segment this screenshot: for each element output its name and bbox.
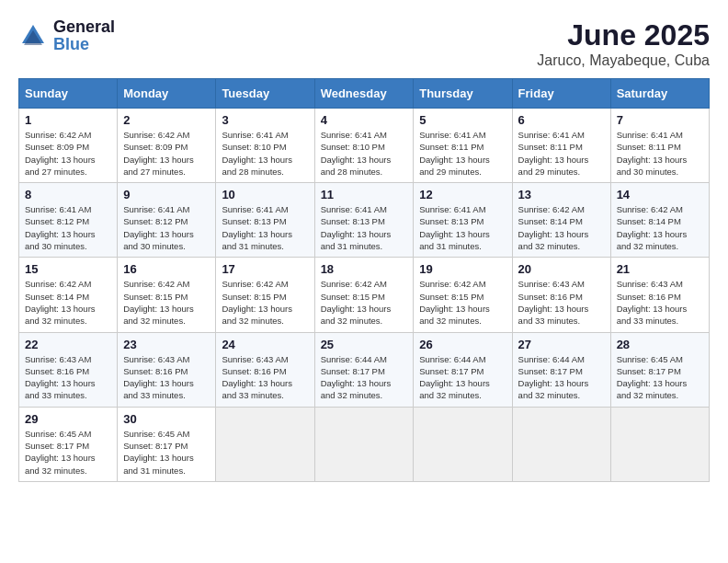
day-number: 3: [222, 113, 308, 127]
page-header: General Blue June 2025 Jaruco, Mayabeque…: [18, 18, 710, 69]
day-number: 10: [222, 188, 308, 201]
day-cell-17: 17 Sunrise: 6:42 AMSunset: 8:15 PMDaylig…: [216, 258, 314, 332]
day-info: Sunrise: 6:41 AMSunset: 8:12 PMDaylight:…: [25, 203, 111, 252]
day-cell-18: 18 Sunrise: 6:42 AMSunset: 8:15 PMDaylig…: [314, 258, 414, 332]
empty-cell: [216, 407, 314, 481]
day-info: Sunrise: 6:43 AMSunset: 8:16 PMDaylight:…: [25, 353, 111, 402]
day-number: 24: [222, 338, 308, 351]
day-cell-9: 9 Sunrise: 6:41 AMSunset: 8:12 PMDayligh…: [118, 183, 216, 258]
week-row-2: 8 Sunrise: 6:41 AMSunset: 8:12 PMDayligh…: [19, 183, 710, 258]
day-cell-6: 6 Sunrise: 6:41 AMSunset: 8:11 PMDayligh…: [512, 109, 610, 183]
day-cell-10: 10 Sunrise: 6:41 AMSunset: 8:13 PMDaylig…: [216, 183, 314, 258]
day-info: Sunrise: 6:42 AMSunset: 8:15 PMDaylight:…: [419, 278, 506, 327]
logo-text-general: General: [53, 17, 115, 36]
day-info: Sunrise: 6:41 AMSunset: 8:11 PMDaylight:…: [518, 129, 605, 178]
day-info: Sunrise: 6:42 AMSunset: 8:15 PMDaylight:…: [123, 278, 210, 327]
day-cell-22: 22 Sunrise: 6:43 AMSunset: 8:16 PMDaylig…: [19, 332, 118, 407]
logo: General Blue: [18, 18, 115, 53]
day-number: 2: [123, 113, 210, 127]
day-cell-2: 2 Sunrise: 6:42 AMSunset: 8:09 PMDayligh…: [118, 109, 216, 183]
day-info: Sunrise: 6:42 AMSunset: 8:14 PMDaylight:…: [518, 203, 605, 252]
day-cell-11: 11 Sunrise: 6:41 AMSunset: 8:13 PMDaylig…: [314, 183, 414, 258]
day-cell-27: 27 Sunrise: 6:44 AMSunset: 8:17 PMDaylig…: [512, 332, 610, 407]
day-cell-12: 12 Sunrise: 6:41 AMSunset: 8:13 PMDaylig…: [414, 183, 512, 258]
day-info: Sunrise: 6:45 AMSunset: 8:17 PMDaylight:…: [25, 428, 111, 477]
day-info: Sunrise: 6:44 AMSunset: 8:17 PMDaylight:…: [419, 353, 506, 402]
day-number: 6: [518, 113, 605, 127]
day-info: Sunrise: 6:42 AMSunset: 8:15 PMDaylight:…: [222, 278, 308, 327]
day-info: Sunrise: 6:45 AMSunset: 8:17 PMDaylight:…: [617, 353, 703, 402]
day-number: 23: [123, 338, 210, 351]
day-cell-3: 3 Sunrise: 6:41 AMSunset: 8:10 PMDayligh…: [216, 109, 314, 183]
day-number: 14: [617, 188, 703, 201]
col-monday: Monday: [118, 79, 216, 109]
day-number: 21: [617, 262, 703, 276]
col-wednesday: Wednesday: [314, 79, 414, 109]
empty-cell: [512, 407, 610, 481]
day-cell-24: 24 Sunrise: 6:43 AMSunset: 8:16 PMDaylig…: [216, 332, 314, 407]
week-row-5: 29 Sunrise: 6:45 AMSunset: 8:17 PMDaylig…: [19, 407, 710, 481]
day-info: Sunrise: 6:41 AMSunset: 8:13 PMDaylight:…: [321, 203, 408, 252]
week-row-1: 1 Sunrise: 6:42 AMSunset: 8:09 PMDayligh…: [19, 109, 710, 183]
day-number: 12: [419, 188, 506, 201]
day-number: 16: [123, 262, 210, 276]
day-number: 20: [518, 262, 605, 276]
day-info: Sunrise: 6:43 AMSunset: 8:16 PMDaylight:…: [222, 353, 308, 402]
day-cell-20: 20 Sunrise: 6:43 AMSunset: 8:16 PMDaylig…: [512, 258, 610, 332]
day-number: 7: [617, 113, 703, 127]
month-title: June 2025: [537, 18, 710, 52]
day-cell-30: 30 Sunrise: 6:45 AMSunset: 8:17 PMDaylig…: [118, 407, 216, 481]
logo-icon: [18, 21, 48, 51]
day-number: 8: [25, 188, 111, 201]
day-number: 5: [419, 113, 506, 127]
day-cell-15: 15 Sunrise: 6:42 AMSunset: 8:14 PMDaylig…: [19, 258, 118, 332]
location-title: Jaruco, Mayabeque, Cuba: [537, 52, 710, 69]
day-info: Sunrise: 6:41 AMSunset: 8:11 PMDaylight:…: [419, 129, 506, 178]
day-info: Sunrise: 6:44 AMSunset: 8:17 PMDaylight:…: [518, 353, 605, 402]
day-info: Sunrise: 6:42 AMSunset: 8:15 PMDaylight:…: [321, 278, 408, 327]
week-row-3: 15 Sunrise: 6:42 AMSunset: 8:14 PMDaylig…: [19, 258, 710, 332]
day-cell-8: 8 Sunrise: 6:41 AMSunset: 8:12 PMDayligh…: [19, 183, 118, 258]
day-cell-29: 29 Sunrise: 6:45 AMSunset: 8:17 PMDaylig…: [19, 407, 118, 481]
day-info: Sunrise: 6:41 AMSunset: 8:10 PMDaylight:…: [321, 129, 408, 178]
day-cell-13: 13 Sunrise: 6:42 AMSunset: 8:14 PMDaylig…: [512, 183, 610, 258]
day-number: 9: [123, 188, 210, 201]
day-number: 25: [321, 338, 408, 351]
day-number: 28: [617, 338, 703, 351]
day-cell-4: 4 Sunrise: 6:41 AMSunset: 8:10 PMDayligh…: [314, 109, 414, 183]
day-cell-28: 28 Sunrise: 6:45 AMSunset: 8:17 PMDaylig…: [610, 332, 709, 407]
day-info: Sunrise: 6:43 AMSunset: 8:16 PMDaylight:…: [617, 278, 703, 327]
day-info: Sunrise: 6:41 AMSunset: 8:13 PMDaylight:…: [222, 203, 308, 252]
day-info: Sunrise: 6:41 AMSunset: 8:12 PMDaylight:…: [123, 203, 210, 252]
day-cell-7: 7 Sunrise: 6:41 AMSunset: 8:11 PMDayligh…: [610, 109, 709, 183]
col-thursday: Thursday: [414, 79, 512, 109]
day-number: 11: [321, 188, 408, 201]
day-number: 18: [321, 262, 408, 276]
col-sunday: Sunday: [19, 79, 118, 109]
day-cell-14: 14 Sunrise: 6:42 AMSunset: 8:14 PMDaylig…: [610, 183, 709, 258]
calendar-header-row: Sunday Monday Tuesday Wednesday Thursday…: [19, 79, 710, 109]
day-number: 29: [25, 412, 111, 426]
day-info: Sunrise: 6:42 AMSunset: 8:14 PMDaylight:…: [617, 203, 703, 252]
day-info: Sunrise: 6:44 AMSunset: 8:17 PMDaylight:…: [321, 353, 408, 402]
empty-cell: [610, 407, 709, 481]
day-number: 19: [419, 262, 506, 276]
logo-text-blue: Blue: [53, 35, 89, 53]
empty-cell: [314, 407, 414, 481]
day-info: Sunrise: 6:41 AMSunset: 8:11 PMDaylight:…: [617, 129, 703, 178]
day-info: Sunrise: 6:42 AMSunset: 8:09 PMDaylight:…: [123, 129, 210, 178]
empty-cell: [414, 407, 512, 481]
day-number: 30: [123, 412, 210, 426]
calendar-table: Sunday Monday Tuesday Wednesday Thursday…: [18, 78, 710, 482]
week-row-4: 22 Sunrise: 6:43 AMSunset: 8:16 PMDaylig…: [19, 332, 710, 407]
day-info: Sunrise: 6:42 AMSunset: 8:14 PMDaylight:…: [25, 278, 111, 327]
day-info: Sunrise: 6:45 AMSunset: 8:17 PMDaylight:…: [123, 428, 210, 477]
day-cell-5: 5 Sunrise: 6:41 AMSunset: 8:11 PMDayligh…: [414, 109, 512, 183]
day-number: 4: [321, 113, 408, 127]
col-saturday: Saturday: [610, 79, 709, 109]
day-cell-19: 19 Sunrise: 6:42 AMSunset: 8:15 PMDaylig…: [414, 258, 512, 332]
day-cell-23: 23 Sunrise: 6:43 AMSunset: 8:16 PMDaylig…: [118, 332, 216, 407]
day-info: Sunrise: 6:43 AMSunset: 8:16 PMDaylight:…: [518, 278, 605, 327]
title-area: June 2025 Jaruco, Mayabeque, Cuba: [537, 18, 710, 69]
day-number: 26: [419, 338, 506, 351]
